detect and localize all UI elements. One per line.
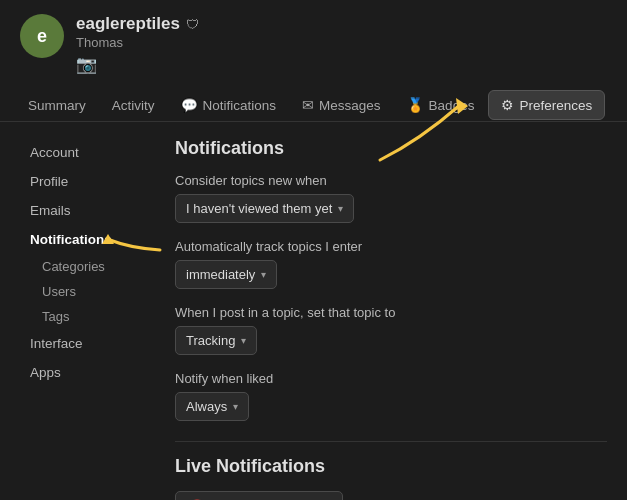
tab-activity-label: Activity bbox=[112, 98, 155, 113]
field-notify-liked: Notify when liked Always ▾ bbox=[175, 371, 607, 421]
field-consider-new: Consider topics new when I haven't viewe… bbox=[175, 173, 607, 223]
main-content: Notifications Consider topics new when I… bbox=[155, 122, 627, 500]
avatar: e bbox=[20, 14, 64, 58]
sidebar-item-categories-label: Categories bbox=[42, 259, 105, 274]
post-topic-value: Tracking bbox=[186, 333, 235, 348]
notify-liked-value: Always bbox=[186, 399, 227, 414]
sidebar-item-apps-label: Apps bbox=[30, 365, 61, 380]
sidebar-item-tags-label: Tags bbox=[42, 309, 69, 324]
tab-messages[interactable]: ✉ Messages bbox=[290, 89, 393, 121]
nav-tabs: Summary Activity 💬 Notifications ✉ Messa… bbox=[0, 79, 627, 122]
field-notify-liked-label: Notify when liked bbox=[175, 371, 607, 386]
tab-notifications[interactable]: 💬 Notifications bbox=[169, 89, 289, 121]
tab-notifications-icon: 💬 bbox=[181, 97, 198, 113]
sidebar-item-tags[interactable]: Tags bbox=[20, 304, 155, 329]
section-divider bbox=[175, 441, 607, 442]
tab-messages-label: Messages bbox=[319, 98, 381, 113]
chevron-down-icon: ▾ bbox=[241, 335, 246, 346]
notify-liked-dropdown[interactable]: Always ▾ bbox=[175, 392, 249, 421]
consider-new-value: I haven't viewed them yet bbox=[186, 201, 332, 216]
tab-summary-label: Summary bbox=[28, 98, 86, 113]
sidebar: Account Profile Emails Notifications Cat… bbox=[0, 122, 155, 500]
tab-preferences[interactable]: ⚙ Preferences bbox=[488, 90, 605, 120]
notifications-section-title: Notifications bbox=[175, 138, 607, 159]
auto-track-value: immediately bbox=[186, 267, 255, 282]
tab-badges[interactable]: 🏅 Badges bbox=[395, 89, 487, 121]
field-post-topic: When I post in a topic, set that topic t… bbox=[175, 305, 607, 355]
tab-notifications-label: Notifications bbox=[203, 98, 277, 113]
tab-badges-icon: 🏅 bbox=[407, 97, 424, 113]
sidebar-item-apps[interactable]: Apps bbox=[20, 358, 155, 387]
sidebar-item-profile[interactable]: Profile bbox=[20, 167, 155, 196]
chevron-down-icon: ▾ bbox=[233, 401, 238, 412]
sidebar-item-interface[interactable]: Interface bbox=[20, 329, 155, 358]
instagram-icon[interactable]: 📷 bbox=[76, 54, 199, 75]
chevron-down-icon: ▾ bbox=[261, 269, 266, 280]
sidebar-item-users[interactable]: Users bbox=[20, 279, 155, 304]
sidebar-item-profile-label: Profile bbox=[30, 174, 68, 189]
subname: Thomas bbox=[76, 35, 199, 50]
sidebar-item-users-label: Users bbox=[42, 284, 76, 299]
sidebar-item-categories[interactable]: Categories bbox=[20, 254, 155, 279]
content: Account Profile Emails Notifications Cat… bbox=[0, 122, 627, 500]
consider-new-dropdown[interactable]: I haven't viewed them yet ▾ bbox=[175, 194, 354, 223]
profile-info: eaglereptiles 🛡 Thomas 📷 bbox=[76, 14, 199, 75]
tab-preferences-icon: ⚙ bbox=[501, 97, 514, 113]
field-auto-track-label: Automatically track topics I enter bbox=[175, 239, 607, 254]
tab-preferences-label: Preferences bbox=[519, 98, 592, 113]
field-consider-new-label: Consider topics new when bbox=[175, 173, 607, 188]
chevron-down-icon: ▾ bbox=[338, 203, 343, 214]
auto-track-dropdown[interactable]: immediately ▾ bbox=[175, 260, 277, 289]
profile-header: e eaglereptiles 🛡 Thomas 📷 bbox=[0, 0, 627, 75]
tab-badges-label: Badges bbox=[429, 98, 475, 113]
sidebar-item-notifications-label: Notifications bbox=[30, 232, 112, 247]
tab-messages-icon: ✉ bbox=[302, 97, 314, 113]
shield-icon: 🛡 bbox=[186, 17, 199, 32]
field-post-topic-label: When I post in a topic, set that topic t… bbox=[175, 305, 607, 320]
live-notifications-title: Live Notifications bbox=[175, 456, 607, 477]
sidebar-item-emails-label: Emails bbox=[30, 203, 71, 218]
sidebar-item-emails[interactable]: Emails bbox=[20, 196, 155, 225]
post-topic-dropdown[interactable]: Tracking ▾ bbox=[175, 326, 257, 355]
tab-activity[interactable]: Activity bbox=[100, 90, 167, 121]
sidebar-item-account[interactable]: Account bbox=[20, 138, 155, 167]
username: eaglereptiles bbox=[76, 14, 180, 34]
field-auto-track: Automatically track topics I enter immed… bbox=[175, 239, 607, 289]
sidebar-item-account-label: Account bbox=[30, 145, 79, 160]
sidebar-item-interface-label: Interface bbox=[30, 336, 83, 351]
tab-summary[interactable]: Summary bbox=[16, 90, 98, 121]
disable-notifications-button[interactable]: 🔕 Disable Notifications bbox=[175, 491, 343, 500]
sidebar-item-notifications[interactable]: Notifications bbox=[20, 225, 155, 254]
